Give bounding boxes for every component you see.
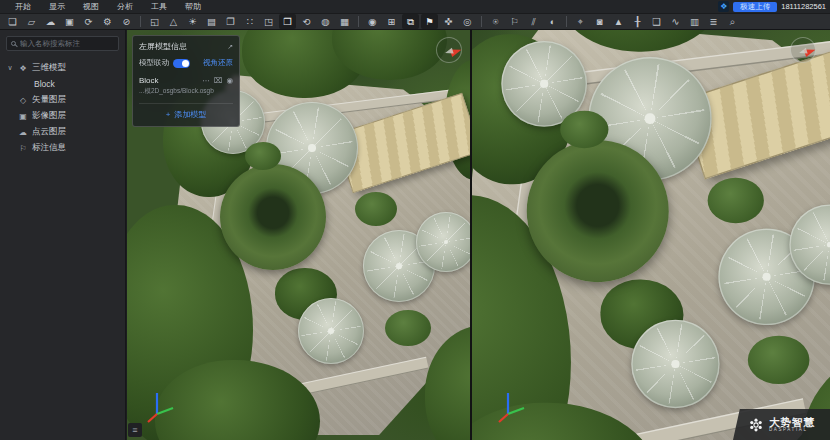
save-icon[interactable]: ▣: [61, 14, 78, 29]
layer-copy-icon[interactable]: ❐: [222, 14, 239, 29]
vendor-branding: 大势智慧 DASPATIAL: [733, 409, 830, 440]
cube-rotate-icon[interactable]: ⟲: [298, 14, 315, 29]
toolbar: ❏▱☁▣⟳⚙⊘◱△☀▤❐∷◳❒⟲◍▦◉⊞⧉⚑✜◎⍟⚐⫽◐⌖◙▲╂❑∿▥≣⌕: [0, 13, 830, 30]
sidebar-item-label: 影像图层: [32, 110, 66, 122]
compass-north-indicator[interactable]: [436, 37, 462, 63]
flag-icon[interactable]: ⚐: [506, 14, 523, 29]
menu-start[interactable]: 开始: [6, 0, 40, 13]
terrain-dome: [298, 298, 364, 364]
measure-icon[interactable]: ⫽: [525, 14, 542, 29]
globe-search-icon[interactable]: ◍: [317, 14, 334, 29]
menu-bar: 开始 显示 视图 分析 工具 帮助 ❖ 极速上传 18111282561: [0, 0, 830, 13]
controller-icon[interactable]: ⌖: [572, 14, 589, 29]
left-model-info-panel: 左屏模型信息 ↗ 模型联动 视角还原 Block ⋯ ⌧ ◉ ...模2D_: [132, 35, 240, 127]
sidebar-item-3d-model[interactable]: ∨ ❖ 三维模型: [6, 60, 119, 76]
disconnect-icon[interactable]: ⊘: [118, 14, 135, 29]
polyline-icon[interactable]: ∿: [667, 14, 684, 29]
toolbar-separator: [358, 16, 359, 27]
sidebar-item-label: 标注信息: [32, 142, 66, 154]
toolbar-separator: [566, 16, 567, 27]
brand-latin-name: DASPATIAL: [769, 428, 815, 433]
snapshot-icon[interactable]: ◙: [591, 14, 608, 29]
globe-icon[interactable]: ◐: [544, 14, 561, 29]
terrain-shrub: [245, 142, 281, 170]
toolbar-separator: [140, 16, 141, 27]
search-input[interactable]: [20, 39, 114, 48]
crop-icon[interactable]: ╂: [629, 14, 646, 29]
pointcloud-layer-icon: ☁: [18, 128, 28, 137]
terrain-shrub: [748, 336, 810, 384]
restore-view-link[interactable]: 视角还原: [203, 58, 233, 68]
terrain-dome: [631, 320, 719, 408]
menu-help[interactable]: 帮助: [176, 0, 210, 13]
open-folder-icon[interactable]: ▱: [23, 14, 40, 29]
terrain-icon[interactable]: ▲: [610, 14, 627, 29]
add-model-button[interactable]: + 添加模型: [139, 103, 233, 120]
image-export-icon[interactable]: ▥: [686, 14, 703, 29]
pin-icon[interactable]: ↗: [227, 43, 233, 51]
more-icon[interactable]: ⋯: [202, 76, 210, 85]
axis-gizmo[interactable]: [494, 388, 526, 424]
capture-icon[interactable]: ◱: [146, 14, 163, 29]
search-icon: [11, 41, 16, 46]
sidebar-item-pointcloud-layer[interactable]: ☁ 点云图层: [6, 124, 119, 140]
layers-icon[interactable]: ▤: [203, 14, 220, 29]
flag-pointer-icon[interactable]: ⚑: [421, 14, 438, 29]
settings-icon[interactable]: ⚙: [99, 14, 116, 29]
add-model-label: 添加模型: [174, 109, 206, 120]
toolbar-separator: [481, 16, 482, 27]
terrain-shrub: [355, 192, 397, 226]
place-pin-icon[interactable]: ⍟: [487, 14, 504, 29]
point-cloud-icon[interactable]: ∷: [241, 14, 258, 29]
eye-icon[interactable]: ◎: [459, 14, 476, 29]
export-doc-icon[interactable]: ❑: [648, 14, 665, 29]
axis-gizmo[interactable]: [143, 388, 175, 424]
sidebar-item-vector-layer[interactable]: ◇ 矢量图层: [6, 92, 119, 108]
new-file-icon[interactable]: ❏: [4, 14, 21, 29]
viewport-menu-button[interactable]: ≡: [128, 423, 142, 437]
delete-icon[interactable]: ⌧: [214, 76, 223, 85]
imagery-layer-icon: ▣: [18, 112, 28, 121]
menu-tools[interactable]: 工具: [142, 0, 176, 13]
sidebar-item-label: 点云图层: [32, 126, 66, 138]
model-cube-icon: ❖: [18, 64, 28, 73]
terrain-vine-dome: [220, 164, 326, 270]
search-icon[interactable]: ⌕: [724, 14, 741, 29]
menu-view[interactable]: 视图: [74, 0, 108, 13]
model-linkage-label: 模型联动: [139, 58, 169, 68]
roam-icon[interactable]: △: [165, 14, 182, 29]
refresh-icon[interactable]: ⟳: [80, 14, 97, 29]
cloud-service-icon[interactable]: ❖: [718, 1, 729, 12]
visibility-icon[interactable]: ◉: [226, 76, 233, 85]
chevron-down-icon[interactable]: ∨: [6, 64, 14, 72]
upload-button[interactable]: 极速上传: [733, 2, 777, 12]
grid-model-icon[interactable]: ▦: [336, 14, 353, 29]
left-3d-viewport[interactable]: 左屏模型信息 ↗ 模型联动 视角还原 Block ⋯ ⌧ ◉ ...模2D_: [127, 30, 470, 440]
menu-display[interactable]: 显示: [40, 0, 74, 13]
split-screen-icon[interactable]: ⧉: [402, 14, 419, 29]
terrain-scene: [472, 30, 830, 440]
right-3d-viewport[interactable]: [472, 30, 830, 440]
brightness-icon[interactable]: ☀: [184, 14, 201, 29]
target-box-icon[interactable]: ⊞: [383, 14, 400, 29]
eye-edit-icon[interactable]: ◉: [364, 14, 381, 29]
cube-solid-icon[interactable]: ❒: [279, 14, 296, 29]
application-window: 开始 显示 视图 分析 工具 帮助 ❖ 极速上传 18111282561 ❏▱☁…: [0, 0, 830, 440]
sidebar-item-label: 三维模型: [32, 62, 66, 74]
sidebar-item-imagery-layer[interactable]: ▣ 影像图层: [6, 108, 119, 124]
pan-move-icon[interactable]: ✜: [440, 14, 457, 29]
menu-analysis[interactable]: 分析: [108, 0, 142, 13]
compass-north-indicator[interactable]: [790, 37, 816, 63]
sidebar-item-block[interactable]: Block: [6, 76, 119, 92]
terrain-shrub: [560, 111, 608, 149]
search-box: [6, 36, 119, 51]
cloud-icon[interactable]: ☁: [42, 14, 59, 29]
terrain-vine-dome: [527, 140, 669, 282]
model-linkage-toggle[interactable]: [173, 59, 190, 68]
layer-tree: ∨ ❖ 三维模型 Block ◇ 矢量图层 ▣ 影像图层 ☁ 点云图层 ⚐ 标注…: [6, 60, 119, 156]
cube-frame-icon[interactable]: ◳: [260, 14, 277, 29]
model-name[interactable]: Block: [139, 76, 159, 85]
report-icon[interactable]: ≣: [705, 14, 722, 29]
annotation-flag-icon: ⚐: [18, 144, 28, 153]
sidebar-item-annotation-info[interactable]: ⚐ 标注信息: [6, 140, 119, 156]
